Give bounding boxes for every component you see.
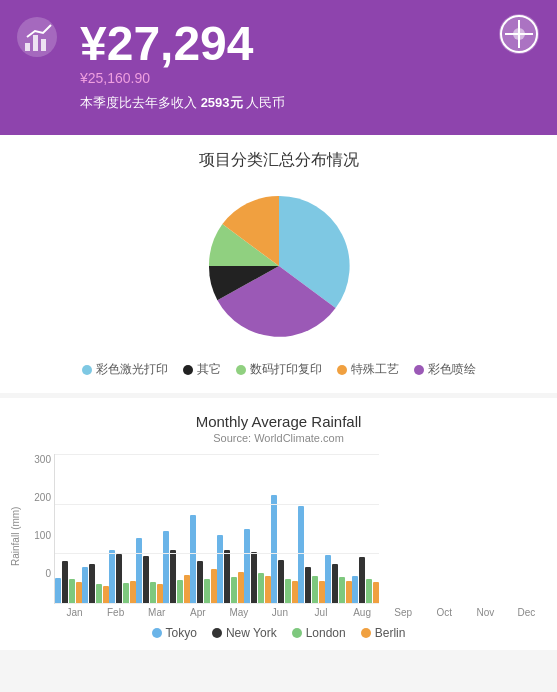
- bar: [116, 554, 122, 603]
- bar: [359, 557, 365, 603]
- month-group-oct: [298, 454, 325, 603]
- x-label-feb: Feb: [95, 607, 136, 618]
- month-group-jun: [190, 454, 217, 603]
- bar-legend-label-london: London: [306, 626, 346, 640]
- bar: [305, 567, 311, 603]
- chart-with-y: 300 200 100 0: [24, 454, 547, 604]
- x-label-jan: Jan: [54, 607, 95, 618]
- grid-line: [55, 603, 379, 604]
- bar-legend-dot-london: [292, 628, 302, 638]
- month-group-aug: [244, 454, 271, 603]
- bar: [163, 531, 169, 603]
- grid-line: [55, 504, 379, 505]
- legend-item-digital: 数码打印复印: [236, 361, 322, 378]
- bar: [69, 579, 75, 603]
- bar-legend-newyork: New York: [212, 626, 277, 640]
- bar-legend-london: London: [292, 626, 346, 640]
- x-label-dec: Dec: [506, 607, 547, 618]
- grid-line: [55, 454, 379, 455]
- bar: [285, 579, 291, 603]
- bar: [332, 564, 338, 603]
- header-section: ¥27,294 ¥25,160.90 本季度比去年多收入 2593元 人民币: [0, 0, 557, 135]
- bar: [109, 550, 115, 603]
- month-group-nov: [325, 454, 352, 603]
- bar: [177, 580, 183, 603]
- bars-area: [54, 454, 379, 604]
- bar-legend-tokyo: Tokyo: [152, 626, 197, 640]
- bar: [190, 515, 196, 603]
- bar: [217, 535, 223, 603]
- svg-point-8: [513, 28, 525, 40]
- bar: [62, 561, 68, 603]
- bar-legend-label-newyork: New York: [226, 626, 277, 640]
- bar: [339, 577, 345, 603]
- pie-section: 项目分类汇总分布情况 彩色激光打印 其它 数码打印复印: [0, 135, 557, 393]
- month-group-apr: [136, 454, 163, 603]
- y-label-300: 300: [34, 454, 51, 465]
- bar: [204, 579, 210, 603]
- bar: [278, 560, 284, 603]
- bar: [224, 550, 230, 603]
- bar: [143, 556, 149, 603]
- bar: [170, 550, 176, 603]
- legend-dot-laser: [82, 365, 92, 375]
- month-group-sep: [271, 454, 298, 603]
- bar: [231, 577, 237, 603]
- legend-item-laser: 彩色激光打印: [82, 361, 168, 378]
- month-group-jul: [217, 454, 244, 603]
- sub-value: ¥25,160.90: [80, 70, 537, 86]
- month-group-may: [163, 454, 190, 603]
- month-group-mar: [109, 454, 136, 603]
- x-label-jul: Jul: [300, 607, 341, 618]
- bar: [96, 584, 102, 603]
- legend-item-special: 特殊工艺: [337, 361, 399, 378]
- bar-legend-dot-newyork: [212, 628, 222, 638]
- bar-source: Source: WorldClimate.com: [10, 432, 547, 444]
- bar: [352, 576, 358, 603]
- pie-legend: 彩色激光打印 其它 数码打印复印 特殊工艺 彩色喷绘: [15, 361, 542, 378]
- pie-title: 项目分类汇总分布情况: [15, 150, 542, 171]
- legend-item-spray: 彩色喷绘: [414, 361, 476, 378]
- svg-rect-2: [33, 35, 38, 51]
- bar: [89, 564, 95, 603]
- month-group-feb: [82, 454, 109, 603]
- legend-item-other: 其它: [183, 361, 221, 378]
- x-labels: JanFebMarAprMayJunJulAugSepOctNovDec: [54, 604, 547, 618]
- x-label-jun: Jun: [259, 607, 300, 618]
- legend-dot-special: [337, 365, 347, 375]
- bar: [197, 561, 203, 603]
- bar: [325, 555, 331, 603]
- x-label-apr: Apr: [177, 607, 218, 618]
- pie-container: [15, 186, 542, 346]
- bar-title: Monthly Average Rainfall: [10, 413, 547, 430]
- legend-label-digital: 数码打印复印: [250, 361, 322, 378]
- bar: [366, 579, 372, 603]
- legend-label-spray: 彩色喷绘: [428, 361, 476, 378]
- y-axis-label: Rainfall (mm): [10, 454, 21, 618]
- bar-section: Monthly Average Rainfall Source: WorldCl…: [0, 398, 557, 650]
- help-icon[interactable]: [497, 12, 542, 57]
- bar: [55, 578, 61, 603]
- chart-inner: 300 200 100 0 JanFebMarAprMayJunJulAugSe…: [24, 454, 547, 618]
- main-value: ¥27,294: [80, 20, 537, 68]
- bar: [136, 538, 142, 603]
- bar-legend-label-berlin: Berlin: [375, 626, 406, 640]
- month-group-dec: [352, 454, 379, 603]
- x-label-aug: Aug: [342, 607, 383, 618]
- chart-icon: [15, 15, 60, 60]
- svg-rect-3: [41, 39, 46, 51]
- bar: [258, 573, 264, 603]
- legend-label-laser: 彩色激光打印: [96, 361, 168, 378]
- bar: [244, 529, 250, 603]
- bar-legend-berlin: Berlin: [361, 626, 406, 640]
- x-label-nov: Nov: [465, 607, 506, 618]
- grid-line: [55, 553, 379, 554]
- legend-dot-spray: [414, 365, 424, 375]
- y-labels: 300 200 100 0: [24, 454, 54, 579]
- bar: [82, 567, 88, 603]
- y-label-200: 200: [34, 492, 51, 503]
- header-description: 本季度比去年多收入 2593元 人民币: [80, 94, 537, 112]
- y-label-0: 0: [45, 568, 51, 579]
- bar: [298, 506, 304, 603]
- x-label-may: May: [218, 607, 259, 618]
